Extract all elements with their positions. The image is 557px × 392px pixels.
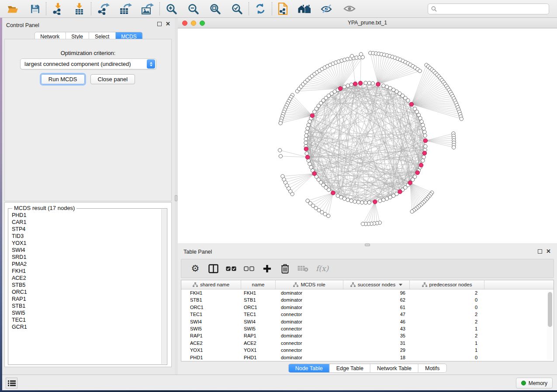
close-panel-icon[interactable]: ✕	[166, 22, 170, 26]
search-input[interactable]	[439, 6, 546, 13]
table-row[interactable]: ORC1ORC1dominator610	[181, 304, 554, 311]
export-network-button[interactable]	[94, 2, 113, 16]
table-scrollbar[interactable]	[547, 291, 553, 360]
table-row[interactable]: FKH1FKH1dominator962	[181, 289, 554, 296]
mcds-result-item[interactable]: STP4	[12, 226, 161, 233]
column-header-mcds_role[interactable]: MCDS role	[276, 280, 343, 289]
hide-eye-button[interactable]	[318, 2, 336, 16]
deselect-all-button[interactable]	[244, 262, 254, 275]
cell-successor_nodes: 31	[343, 340, 410, 347]
table-row[interactable]: YOX1YOX1connector291	[181, 347, 554, 354]
table-scrollbar-thumb[interactable]	[548, 292, 552, 327]
table-toolbar: ⚙ f(x)	[181, 259, 554, 278]
table-row[interactable]: SWI5SWI5connector431	[181, 325, 554, 332]
export-table-button[interactable]	[116, 2, 135, 16]
table-row[interactable]: ACE2ACE2connector311	[181, 340, 554, 347]
tab-edge-table[interactable]: Edge Table	[329, 364, 370, 372]
close-panel-button[interactable]: Close panel	[90, 74, 135, 84]
table-row[interactable]: RAP1RAP1dominator352	[181, 332, 554, 339]
mcds-result-item[interactable]: PHD1	[12, 212, 161, 219]
column-header-successor_nodes[interactable]: successor nodes	[343, 280, 410, 289]
zoom-window-button[interactable]	[200, 21, 205, 26]
mcds-result-item[interactable]: SRD1	[12, 254, 161, 261]
cell-predecessor_nodes: 1	[410, 325, 484, 332]
mcds-result-item[interactable]: YOX1	[12, 240, 161, 247]
refresh-view-button[interactable]	[252, 2, 269, 16]
cell-predecessor_nodes: 0	[410, 354, 484, 361]
splitter-grip[interactable]	[365, 244, 370, 246]
splitter-grip[interactable]	[175, 195, 177, 201]
column-header-name[interactable]: name	[241, 280, 276, 289]
mcds-result-item[interactable]: TEC1	[12, 316, 161, 323]
mcds-result-item[interactable]: PMA2	[12, 261, 161, 268]
cell-shared_name: RAP1	[181, 332, 241, 339]
mcds-result-item[interactable]: SWI5	[12, 309, 161, 316]
float-panel-icon[interactable]	[157, 22, 162, 26]
search-field[interactable]	[428, 3, 549, 14]
zoom-selected-button[interactable]	[228, 2, 246, 16]
cell-predecessor_nodes: 1	[410, 347, 484, 354]
run-mcds-button[interactable]: Run MCDS	[41, 74, 85, 84]
vertical-splitter[interactable]	[175, 18, 178, 375]
plus-icon	[263, 265, 271, 273]
tab-network-table[interactable]: Network Table	[370, 364, 418, 372]
table-row[interactable]: PHD1PHD1dominator180	[181, 354, 554, 361]
save-session-button[interactable]	[27, 2, 43, 16]
mcds-result-item[interactable]: RAP1	[12, 296, 161, 303]
split-columns-button[interactable]	[208, 262, 218, 275]
cell-shared_name: TEC1	[181, 311, 241, 318]
open-file-button[interactable]	[4, 2, 22, 16]
task-history-button[interactable]	[6, 378, 17, 389]
column-header-predecessor_nodes[interactable]: predecessor nodes	[410, 280, 484, 289]
float-panel-icon[interactable]	[538, 249, 542, 254]
cell-mcds_role: dominator	[276, 296, 343, 303]
mcds-result-item[interactable]: ORC1	[12, 289, 161, 296]
show-eye-button[interactable]	[340, 2, 359, 16]
zoom-out-button[interactable]	[184, 2, 202, 16]
cell-name: RAP1	[241, 332, 276, 339]
mcds-result-item[interactable]: STB5	[12, 282, 161, 289]
table-row[interactable]: TEC1TEC1connector472	[181, 311, 554, 318]
zoom-out-icon	[187, 3, 199, 15]
memory-status-icon	[521, 381, 526, 385]
horizontal-splitter[interactable]	[178, 243, 557, 247]
sort-descending-icon	[399, 284, 402, 286]
mcds-list-scrollbar[interactable]	[161, 209, 166, 364]
cell-mcds_role: dominator	[276, 318, 343, 325]
houses-button[interactable]	[294, 2, 314, 16]
tab-motifs[interactable]: Motifs	[418, 364, 446, 372]
zoom-in-button[interactable]	[163, 2, 180, 16]
export-image-button[interactable]	[138, 2, 157, 16]
mcds-result-item[interactable]: CAR1	[12, 219, 161, 226]
close-window-button[interactable]	[182, 21, 187, 26]
share-document-icon	[278, 3, 288, 15]
column-header-shared_name[interactable]: shared name	[181, 280, 241, 289]
settings-gear-button[interactable]: ⚙	[190, 262, 201, 275]
mcds-result-item[interactable]: GCR1	[12, 323, 161, 330]
cell-name: FKH1	[241, 289, 276, 296]
delete-column-button[interactable]	[280, 262, 290, 275]
tab-node-table[interactable]: Node Table	[289, 364, 329, 372]
memory-button[interactable]: Memory	[516, 378, 553, 389]
mcds-result-item[interactable]: ACE2	[12, 275, 161, 282]
mcds-result-item[interactable]: FKH1	[12, 268, 161, 275]
minimize-window-button[interactable]	[191, 21, 196, 26]
close-panel-icon[interactable]: ✕	[546, 249, 551, 254]
mcds-result-item[interactable]: SWI4	[12, 247, 161, 254]
cell-mcds_role: connector	[276, 340, 343, 347]
table-panel: Table Panel ✕ ⚙ f(x)	[178, 247, 557, 375]
import-network-button[interactable]	[49, 2, 67, 16]
mcds-result-item[interactable]: STB1	[12, 303, 161, 309]
add-column-button[interactable]	[262, 262, 272, 275]
app-window: Control Panel ✕ NetworkStyleSelectMCDS O…	[0, 0, 557, 392]
table-row[interactable]: STB1STB1dominator620	[181, 296, 554, 303]
select-all-button[interactable]	[226, 262, 236, 275]
fit-content-button[interactable]	[206, 2, 224, 16]
import-table-button[interactable]	[70, 2, 88, 16]
table-row[interactable]: SWI4SWI4dominator462	[181, 318, 554, 325]
toolbar-separator	[46, 2, 46, 15]
optimization-criterion-select[interactable]: largest connected component (undirected)	[20, 58, 156, 69]
share-document-button[interactable]	[275, 2, 291, 16]
mcds-result-item[interactable]: TID3	[12, 233, 161, 240]
network-canvas[interactable]	[178, 28, 557, 243]
